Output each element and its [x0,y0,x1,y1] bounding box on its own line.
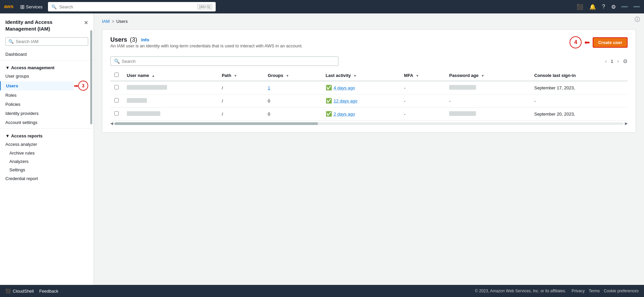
next-page-button[interactable]: › [616,58,620,65]
sort-path-icon: ▼ [234,74,237,78]
table-settings-icon[interactable]: ⚙ [623,58,628,65]
sort-mfa-icon: ▼ [416,74,419,78]
aws-logo[interactable]: aws [4,3,15,10]
sidebar-close-button[interactable]: ✕ [84,19,88,26]
row2-groups: 0 [264,94,322,108]
sidebar-item-roles[interactable]: Roles [0,91,94,100]
sidebar-item-access-analyzer[interactable]: Access analyzer [0,140,94,149]
row2-mfa-value: - [404,98,406,103]
question-icon[interactable]: ? [602,4,605,10]
sidebar-search-input[interactable] [16,39,85,44]
scrollbar-thumb[interactable] [114,122,318,125]
table-row: / 1 ✅ 4 days ago - [110,81,628,94]
section-arrow-icon-2: ▼ [5,133,10,138]
col-last-activity[interactable]: Last activity ▼ [322,70,400,81]
terminal-icon[interactable]: ⬛ [577,4,583,10]
table-header: User name ▲ Path ▼ Groups ▼ Last activit… [110,70,628,81]
sidebar-scroll-bar[interactable] [90,30,92,124]
breadcrumb-iam-link[interactable]: IAM [102,19,110,24]
gear-icon[interactable]: ⚙ [611,4,616,10]
row3-checkbox-cell [110,108,123,121]
bell-icon[interactable]: 🔔 [589,4,596,10]
row2-checkbox[interactable] [114,98,119,102]
row1-group-link[interactable]: 1 [268,85,270,90]
sort-username-icon: ▲ [152,74,155,78]
sidebar-sub-settings[interactable]: Settings [0,166,94,174]
checkmark-icon-1: ✅ [326,85,332,91]
username-blur-1 [127,85,167,90]
col-password-age[interactable]: Password age ▼ [445,70,530,81]
breadcrumb: IAM > Users [102,19,636,24]
services-menu[interactable]: ⊞ Services [20,4,43,10]
users-title-group: Users (3) Info An IAM user is an identit… [110,36,303,54]
row2-activity-link[interactable]: 12 days ago [334,98,358,103]
create-user-button[interactable]: Create user [593,37,628,48]
sidebar-section-access-reports[interactable]: ▼ Access reports [0,130,94,140]
sort-password-icon: ▼ [481,74,484,78]
sidebar-item-dashboard[interactable]: Dashboard [0,50,94,59]
users-content-box: Users (3) Info An IAM user is an identit… [102,29,636,133]
sidebar-item-user-groups[interactable]: User groups [0,72,94,81]
page-info-icon[interactable]: ⓘ [635,16,640,23]
sidebar-sub-analyzers[interactable]: Analyzers [0,157,94,166]
checkmark-icon-3: ✅ [326,111,332,117]
row1-activity-link[interactable]: 4 days ago [334,85,355,90]
svg-text:aws: aws [4,3,13,9]
row2-password-dash: - [449,98,450,103]
col-path[interactable]: Path ▼ [218,70,264,81]
row1-path: / [218,81,264,94]
user-menu[interactable] [621,6,628,7]
row3-activity-status: ✅ 2 days ago [326,111,396,117]
row2-username[interactable] [123,94,218,108]
users-table-container: User name ▲ Path ▼ Groups ▼ Last activit… [110,70,628,126]
row3-console-signin: September 20, 2023, [530,108,628,121]
sidebar-item-account-settings[interactable]: Account settings [0,118,94,127]
table-row: / 0 ✅ 12 days ago - - - [110,94,628,108]
row2-checkbox-cell [110,94,123,108]
sidebar-item-credential-report[interactable]: Credential report [0,174,94,183]
sidebar-section-access-management[interactable]: ▼ Access management [0,62,94,72]
row3-activity-link[interactable]: 2 days ago [334,112,355,117]
row3-checkbox[interactable] [114,111,119,116]
row1-mfa-value: - [404,85,406,90]
sidebar-item-users[interactable]: Users [0,81,74,90]
table-controls: 🔍 ‹ 1 › ⚙ [110,56,628,66]
row1-mfa: - [400,81,445,94]
table-body: / 1 ✅ 4 days ago - [110,81,628,121]
sidebar-item-identity-providers[interactable]: Identity providers [0,109,94,118]
col-username[interactable]: User name ▲ [123,70,218,81]
sidebar-item-policies[interactable]: Policies [0,100,94,109]
global-search-input[interactable] [59,4,195,9]
col-groups[interactable]: Groups ▼ [264,70,322,81]
row1-checkbox[interactable] [114,85,119,89]
row1-checkbox-cell [110,81,123,94]
select-all-header [110,70,123,81]
prev-page-button[interactable]: ‹ [604,58,608,65]
horizontal-scroll-container: ◀ ▶ [110,121,628,126]
scroll-right-arrow[interactable]: ▶ [625,121,628,126]
row3-username[interactable] [123,108,218,121]
row2-mfa: - [400,94,445,108]
table-search-icon: 🔍 [114,58,120,64]
region-menu[interactable] [633,6,640,7]
row2-last-activity: ✅ 12 days ago [322,94,400,108]
users-action-group: 4 ⬅ Create user [570,36,628,48]
global-search-bar[interactable]: 🔍 [Alt+S] [48,2,216,11]
username-blur-2 [127,98,147,103]
row1-username[interactable] [123,81,218,94]
table-search-bar[interactable]: 🔍 [110,56,338,66]
users-page-title: Users (3) Info [110,36,303,43]
table-horizontal-scrollbar[interactable] [114,122,624,125]
row2-activity-status: ✅ 12 days ago [326,98,396,104]
sidebar-search-bar[interactable]: 🔍 [5,37,88,46]
row3-last-activity: ✅ 2 days ago [322,108,400,121]
scroll-left-arrow[interactable]: ◀ [110,121,113,126]
sidebar-sub-archive-rules[interactable]: Archive rules [0,149,94,157]
username-blur-3 [127,111,160,116]
sidebar: Identity and Access Management (IAM) ✕ 🔍… [0,13,94,285]
table-search-input[interactable] [122,59,335,64]
pagination-controls: ‹ 1 › ⚙ [604,58,628,65]
info-link[interactable]: Info [141,37,149,42]
select-all-checkbox[interactable] [114,73,119,77]
col-mfa[interactable]: MFA ▼ [400,70,445,81]
